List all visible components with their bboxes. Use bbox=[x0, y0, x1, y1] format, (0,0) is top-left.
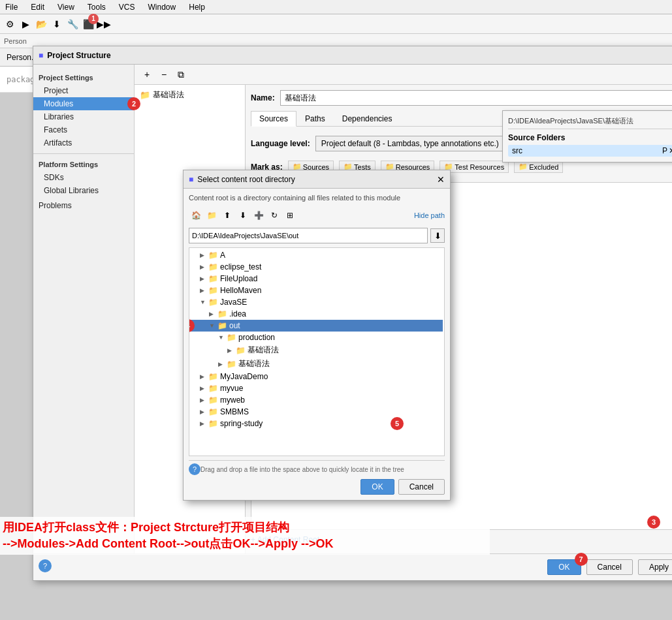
module-item-jichu[interactable]: 📁 基础语法 bbox=[137, 87, 242, 102]
fd-tree-item-smbms[interactable]: ▶ 📁 SMBMS bbox=[191, 406, 443, 418]
tab-dependencies[interactable]: Dependencies bbox=[334, 111, 401, 126]
fd-tree-item-jichu-prod[interactable]: ▶ 📁 基础语法 bbox=[191, 343, 443, 357]
fd-cancel-btn[interactable]: Cancel bbox=[398, 479, 445, 495]
name-input[interactable] bbox=[280, 90, 672, 106]
tab-paths[interactable]: Paths bbox=[296, 111, 334, 126]
fd-expand-btn[interactable]: ⊞ bbox=[283, 208, 297, 223]
toolbar-btn-5[interactable]: 🔧 bbox=[65, 17, 80, 31]
tab-sources[interactable]: Sources bbox=[251, 111, 296, 127]
ps-apply-btn[interactable]: Apply bbox=[638, 559, 672, 575]
fd-tree-item-myvue[interactable]: ▶ 📁 myvue bbox=[191, 382, 443, 394]
menu-tools[interactable]: Tools bbox=[85, 1, 108, 13]
toolbar-btn-project-structure[interactable]: ⬛ 1 bbox=[81, 17, 95, 31]
sidebar-item-project[interactable]: Project bbox=[33, 84, 134, 97]
fd-folder-smbms: 📁 bbox=[208, 407, 218, 416]
fd-chevron-smbms: ▶ bbox=[200, 409, 206, 415]
sidebar-item-artifacts[interactable]: Artifacts bbox=[33, 136, 134, 149]
menu-file[interactable]: File bbox=[3, 1, 20, 13]
sidebar-item-global-libraries[interactable]: Global Libraries bbox=[33, 184, 134, 197]
cr-x-btn[interactable]: ✕ bbox=[669, 146, 672, 155]
fd-chevron-hellomaven: ▶ bbox=[200, 287, 206, 294]
fd-chevron-out: ▼ bbox=[209, 322, 216, 329]
toolbar-btn-7[interactable]: ▶▶ bbox=[97, 17, 111, 31]
toolbar-btn-3[interactable]: 📂 bbox=[34, 17, 48, 31]
fd-tree-item-jichu[interactable]: ▶ 📁 基础语法 bbox=[191, 357, 443, 371]
fd-tree-item-out[interactable]: 4 ▼ 📁 out bbox=[191, 320, 443, 332]
module-folder-icon: 📁 bbox=[140, 90, 150, 100]
cr-src-item: src P ✕ bbox=[508, 145, 672, 157]
fd-folder-production: 📁 bbox=[227, 333, 236, 342]
fd-chevron-idea: ▶ bbox=[209, 311, 216, 317]
fd-chevron-fileupload: ▶ bbox=[200, 275, 206, 282]
fd-title-bar: ■ Select content root directory ✕ bbox=[184, 170, 450, 189]
fd-label-fileupload: FileUpload bbox=[220, 274, 257, 283]
fd-chevron-jichu: ▶ bbox=[218, 361, 225, 367]
annotation-5: 5 bbox=[391, 417, 404, 430]
fd-up-btn[interactable]: ⬆ bbox=[220, 208, 234, 223]
cr-path: D:\IDEA\IdeaProjects\JavaSE\基础语法 ✕ bbox=[508, 116, 672, 129]
menu-view[interactable]: View bbox=[55, 1, 77, 13]
fd-hide-path-btn[interactable]: Hide path bbox=[414, 211, 445, 219]
fd-down-btn[interactable]: ⬇ bbox=[236, 208, 250, 223]
fd-title-icon: ■ bbox=[189, 175, 193, 184]
fd-path-download-btn[interactable]: ⬇ bbox=[430, 228, 445, 243]
fd-folder-myweb: 📁 bbox=[208, 395, 218, 405]
fd-folder-fileupload: 📁 bbox=[208, 274, 218, 283]
fd-tree-item-myjavademo[interactable]: ▶ 📁 MyJavaDemo bbox=[191, 371, 443, 382]
red-line2: -->Modules->Add Content Root-->out点击OK--… bbox=[3, 536, 487, 552]
ps-copy-module-btn[interactable]: ⧉ bbox=[174, 67, 188, 82]
fd-tree-item-spring[interactable]: 5 ▶ 📁 spring-study bbox=[191, 418, 443, 429]
fd-label-spring: spring-study bbox=[220, 419, 263, 428]
fd-tree-item-idea[interactable]: ▶ 📁 .idea bbox=[191, 308, 443, 320]
cr-src-label: src bbox=[512, 146, 522, 155]
fd-refresh-btn[interactable]: ↻ bbox=[267, 208, 281, 223]
fd-tree-item-a[interactable]: ▶ 📁 A bbox=[191, 249, 443, 261]
ps-add-module-btn[interactable]: + bbox=[140, 67, 154, 82]
fd-tree-item-production[interactable]: ▼ 📁 production bbox=[191, 332, 443, 343]
toolbar-btn-1[interactable]: ⚙ bbox=[3, 17, 17, 31]
sidebar-item-sdks[interactable]: SDKs bbox=[33, 171, 134, 184]
menu-vcs[interactable]: VCS bbox=[116, 1, 138, 13]
ps-ok-btn[interactable]: OK bbox=[547, 559, 581, 575]
fd-folder-jichu: 📁 bbox=[227, 360, 236, 369]
fd-add-btn[interactable]: ➕ bbox=[251, 208, 266, 223]
fd-label-myvue: myvue bbox=[220, 384, 243, 393]
ps-title: Project Structure bbox=[47, 51, 110, 60]
menu-help[interactable]: Help bbox=[186, 1, 208, 13]
fd-home-btn[interactable]: 🏠 bbox=[189, 208, 203, 223]
fd-path-input[interactable] bbox=[189, 228, 428, 243]
ps-help-btn[interactable]: ? bbox=[39, 559, 52, 572]
sidebar-item-problems[interactable]: Problems bbox=[33, 197, 134, 212]
fd-folder-myjavademo: 📁 bbox=[208, 372, 218, 381]
sidebar-item-modules[interactable]: Modules 2 bbox=[33, 97, 134, 110]
fd-tree[interactable]: ▶ 📁 A ▶ 📁 eclipse_test ▶ 📁 FileUpload ▶ … bbox=[189, 247, 445, 456]
fd-footer: ? Drag and drop a file into the space ab… bbox=[189, 460, 445, 475]
fd-tree-item-myweb[interactable]: ▶ 📁 myweb bbox=[191, 394, 443, 406]
fd-help-btn[interactable]: ? bbox=[189, 463, 200, 475]
menu-window[interactable]: Window bbox=[146, 1, 179, 13]
fd-tree-item-javase[interactable]: ▼ 📁 JavaSE bbox=[191, 296, 443, 308]
toolbar-btn-4[interactable]: ⬇ bbox=[50, 17, 64, 31]
menu-edit[interactable]: Edit bbox=[28, 1, 47, 13]
fd-tree-item-hellomaven[interactable]: ▶ 📁 HelloMaven bbox=[191, 285, 443, 296]
red-instruction: 用IDEA打开class文件：Project Strcture打开项目结构 --… bbox=[0, 517, 490, 555]
sidebar-item-libraries[interactable]: Libraries bbox=[33, 110, 134, 123]
ps-title-bar: ■ Project Structure ✕ bbox=[33, 46, 672, 65]
fd-folder-idea: 📁 bbox=[217, 309, 227, 318]
fd-ok-btn[interactable]: OK bbox=[360, 479, 394, 495]
fd-tree-item-fileupload[interactable]: ▶ 📁 FileUpload bbox=[191, 273, 443, 285]
fd-chevron-jichu-prod: ▶ bbox=[227, 347, 234, 354]
fd-new-folder-btn[interactable]: 📁 bbox=[204, 208, 219, 223]
file-chooser-dialog: ■ Select content root directory ✕ Conten… bbox=[183, 170, 451, 501]
fd-tree-item-eclipse[interactable]: ▶ 📁 eclipse_test bbox=[191, 261, 443, 273]
sidebar-item-facets[interactable]: Facets bbox=[33, 123, 134, 136]
toolbar-btn-2[interactable]: ▶ bbox=[18, 17, 33, 31]
fd-chevron-production: ▼ bbox=[218, 334, 225, 341]
ps-cancel-btn[interactable]: Cancel bbox=[586, 559, 633, 575]
cr-p-btn[interactable]: P bbox=[662, 146, 667, 155]
fd-title: Select content root directory bbox=[197, 175, 295, 184]
ps-remove-module-btn[interactable]: − bbox=[157, 67, 171, 82]
fd-close-btn[interactable]: ✕ bbox=[437, 174, 445, 185]
ps-title-icon: ■ bbox=[39, 51, 43, 60]
toolbar: ⚙ ▶ 📂 ⬇ 🔧 ⬛ 1 ▶▶ bbox=[0, 14, 672, 34]
